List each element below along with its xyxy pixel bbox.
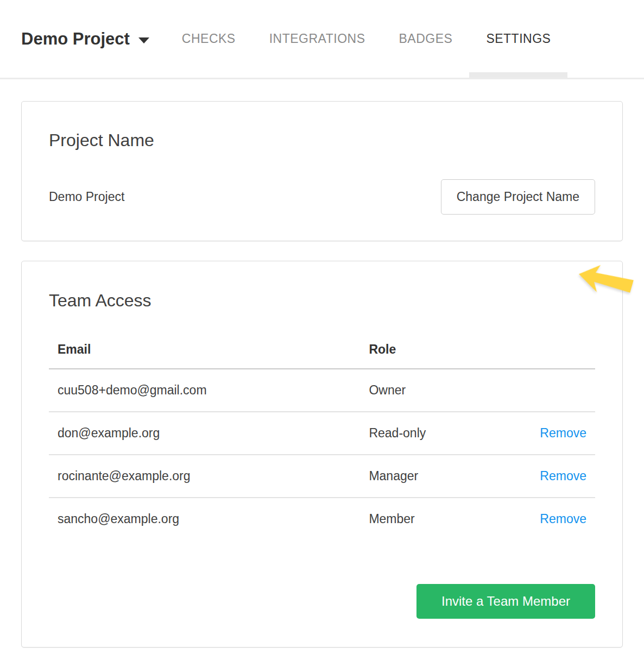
project-name-title: Project Name (49, 130, 595, 150)
remove-member-link[interactable]: Remove (540, 426, 586, 440)
remove-member-link[interactable]: Remove (540, 512, 586, 526)
member-action-cell: Remove (524, 412, 595, 455)
member-email-cell: cuu508+demo@gmail.com (49, 369, 360, 412)
caret-down-icon (138, 37, 149, 43)
member-email-cell: don@example.org (49, 412, 360, 455)
role-column-header: Role (360, 342, 524, 369)
tab-settings[interactable]: SETTINGS (469, 0, 567, 78)
member-action-cell: Remove (524, 498, 595, 540)
table-row: don@example.org Read-only Remove (49, 412, 595, 455)
table-row: sancho@example.org Member Remove (49, 498, 595, 540)
top-navigation: Demo Project CHECKS INTEGRATIONS BADGES … (0, 0, 644, 79)
nav-tabs: CHECKS INTEGRATIONS BADGES SETTINGS (165, 0, 568, 78)
project-name-row: Demo Project Change Project Name (49, 179, 595, 215)
tab-integrations[interactable]: INTEGRATIONS (252, 0, 382, 78)
change-project-name-button[interactable]: Change Project Name (441, 179, 595, 215)
actions-column-header (524, 342, 595, 369)
member-email-cell: rocinante@example.org (49, 455, 360, 498)
tab-checks[interactable]: CHECKS (165, 0, 252, 78)
member-action-cell (524, 369, 595, 412)
table-row: cuu508+demo@gmail.com Owner (49, 369, 595, 412)
invite-team-member-button[interactable]: Invite a Team Member (416, 584, 595, 619)
member-email-cell: sancho@example.org (49, 498, 360, 540)
tab-badges[interactable]: BADGES (382, 0, 470, 78)
member-role-cell: Manager (360, 455, 524, 498)
settings-page: Project Name Demo Project Change Project… (0, 101, 644, 648)
member-role-cell: Owner (360, 369, 524, 412)
team-access-card: Team Access Email Role cuu508+demo@gmail… (21, 261, 623, 648)
remove-member-link[interactable]: Remove (540, 469, 586, 483)
project-switcher[interactable]: Demo Project (21, 0, 149, 78)
project-name-card: Project Name Demo Project Change Project… (21, 101, 623, 241)
member-role-cell: Read-only (360, 412, 524, 455)
email-column-header: Email (49, 342, 360, 369)
invite-row: Invite a Team Member (49, 584, 595, 619)
team-members-table: Email Role cuu508+demo@gmail.com Owner d… (49, 342, 595, 540)
project-switcher-label: Demo Project (21, 29, 130, 49)
member-action-cell: Remove (524, 455, 595, 498)
member-role-cell: Member (360, 498, 524, 540)
table-row: rocinante@example.org Manager Remove (49, 455, 595, 498)
table-header-row: Email Role (49, 342, 595, 369)
team-access-title: Team Access (49, 291, 595, 311)
current-project-name: Demo Project (49, 190, 124, 204)
